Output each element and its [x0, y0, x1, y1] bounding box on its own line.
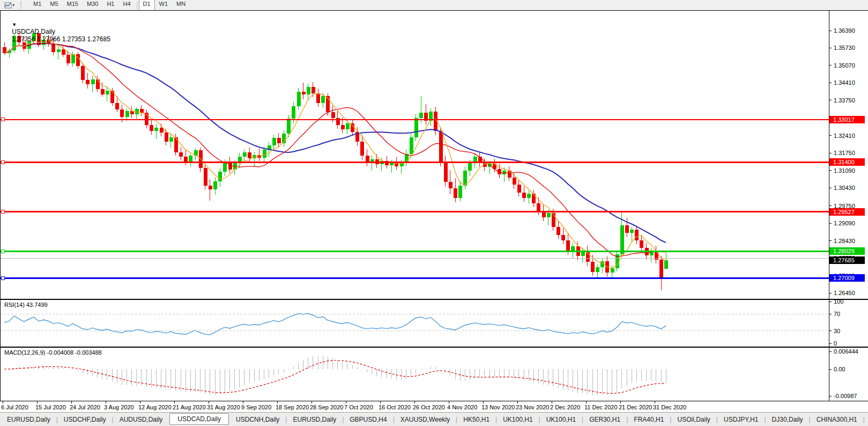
- timeframe-button-M30[interactable]: M30: [83, 0, 102, 11]
- time-axis-tick: [552, 401, 552, 403]
- candle-body: [169, 137, 173, 142]
- time-axis-tick: [106, 401, 106, 403]
- chart-tab-XAUUSD-Weekly[interactable]: XAUUSD,Weekly: [394, 414, 457, 425]
- timeframe-button-D1[interactable]: D1: [139, 0, 155, 11]
- price-axis-label: 1.31090: [834, 167, 855, 174]
- chart-cursor-icon: [4, 2, 12, 9]
- candle-body: [297, 92, 301, 107]
- chart-symbol-label: USDCAD,Daily: [12, 28, 55, 35]
- time-axis-label: 23 Nov 2020: [516, 404, 549, 410]
- time-axis-tick: [277, 401, 278, 403]
- chart-tab-AUDUSD-Daily[interactable]: AUDUSD,Daily: [113, 414, 170, 425]
- candle-body: [591, 262, 595, 271]
- toolbar-separator: [137, 1, 137, 9]
- candle-body: [508, 171, 511, 178]
- candle-body: [630, 230, 634, 233]
- toolbar-grip-handle[interactable]: [20, 2, 24, 9]
- chart-tab-EURUSD-Daily[interactable]: EURUSD,Daily: [286, 414, 343, 425]
- candle-body: [522, 193, 526, 198]
- chart-tab-UK100-H1[interactable]: UK100,H1: [496, 414, 539, 425]
- candle-body: [213, 181, 217, 189]
- chart-tab-USDJPY-H1[interactable]: USDJPY,H1: [717, 414, 765, 425]
- timeframe-button-H4[interactable]: H4: [118, 0, 135, 11]
- chart-tab-FRA40-H1[interactable]: FRA40,H1: [627, 414, 671, 425]
- hline-anchor[interactable]: [1, 210, 4, 214]
- chart-tab-CHINA300-H1[interactable]: CHINA300,H1: [810, 414, 864, 425]
- price-axis-label: 1.32410: [834, 133, 855, 139]
- chart-tab-GER30-H1[interactable]: GER30,H1: [582, 414, 627, 425]
- time-axis-tick: [655, 401, 655, 403]
- price-badge-label: 1.27009: [833, 275, 855, 281]
- chart-tab-DJ30-Daily[interactable]: DJ30,Daily: [765, 414, 810, 425]
- candle-body: [566, 240, 570, 251]
- candle-body: [635, 230, 639, 240]
- candle-body: [311, 87, 315, 93]
- time-axis[interactable]: 6 Jul 202015 Jul 202024 Jul 20203 Aug 20…: [0, 401, 868, 412]
- hline-anchor[interactable]: [1, 276, 4, 280]
- price-axis-label: 1.31750: [834, 150, 855, 156]
- candle-body: [640, 240, 643, 248]
- chart-title: ▼ USDCAD,Daily 1.27356 1.27966 1.27353 1…: [5, 13, 110, 50]
- chart-tab-USDCAD-Daily[interactable]: USDCAD,Daily: [169, 413, 229, 425]
- rsi-indicator-label: RSI(14) 43.7499: [4, 302, 48, 308]
- candle-body: [596, 267, 599, 271]
- time-axis-tick: [380, 401, 381, 403]
- candle-body: [189, 156, 192, 161]
- rsi-panel[interactable]: 10070300: [0, 299, 868, 347]
- chart-tab-UK100-H1[interactable]: UK100,H1: [539, 414, 583, 425]
- macd-axis-label: -0.00987: [834, 393, 857, 399]
- chart-tab-HK50-H1[interactable]: HK50,H1: [456, 414, 496, 425]
- candle-body: [81, 66, 85, 80]
- chart-tab-GBPUSD-H4[interactable]: GBPUSD,H4: [343, 414, 394, 425]
- symbol-dropdown-icon[interactable]: ▼: [12, 22, 17, 27]
- price-axis-label: 1.30430: [834, 185, 855, 191]
- candle-body: [513, 178, 516, 185]
- time-axis-label: 28 Sep 2020: [310, 404, 343, 410]
- chart-tab-USOil-Daily[interactable]: USOil,Daily: [671, 414, 717, 425]
- price-axis-label: 1.36390: [834, 27, 855, 34]
- candle-body: [366, 156, 369, 161]
- hline-anchor[interactable]: [1, 118, 4, 121]
- timeframe-toolbar: ▾ M1M5M15M30H1H4D1W1MN: [0, 0, 868, 11]
- price-axis-label: 1.29090: [834, 220, 855, 226]
- candle-body: [307, 87, 310, 94]
- candle-body: [316, 93, 320, 103]
- rsi-axis-label: 30: [834, 328, 840, 334]
- chart-ohlc-values: 1.27356 1.27966 1.27353 1.27685: [12, 35, 110, 43]
- price-axis-label: 1.33750: [834, 97, 855, 104]
- time-axis-label: 24 Jul 2020: [70, 404, 100, 410]
- timeframe-button-MN[interactable]: MN: [172, 0, 190, 11]
- price-axis-label: 1.26450: [834, 290, 855, 296]
- chart-tab-USDCNH-Daily[interactable]: USDCNH,Daily: [229, 414, 286, 425]
- candle-body: [106, 91, 109, 94]
- price-chart-panel[interactable]: 1.363901.357301.350701.344101.337501.324…: [0, 10, 868, 299]
- macd-panel[interactable]: 0.0064440.00-0.00987: [0, 347, 868, 401]
- candle-body: [91, 79, 95, 85]
- hline-anchor[interactable]: [1, 160, 4, 164]
- timeframe-button-M5[interactable]: M5: [46, 0, 62, 11]
- candle-body: [272, 138, 276, 145]
- time-axis-label: 4 Nov 2020: [447, 404, 477, 410]
- chart-tab-EURUSD-Daily[interactable]: EURUSD,Daily: [0, 414, 57, 425]
- candle-body: [101, 89, 105, 94]
- candle-body: [140, 109, 144, 113]
- timeframe-button-M15[interactable]: M15: [63, 0, 83, 11]
- timeframe-button-H1[interactable]: H1: [102, 0, 118, 11]
- time-axis-label: 9 Sep 2020: [241, 404, 271, 410]
- time-axis-tick: [414, 401, 415, 403]
- timeframe-button-W1[interactable]: W1: [155, 0, 173, 11]
- time-axis-label: 6 Jul 2020: [1, 404, 28, 410]
- candle-body: [115, 103, 119, 109]
- chart-tab-USDCHF-Daily[interactable]: USDCHF,Daily: [57, 414, 113, 425]
- time-axis-tick: [449, 401, 449, 403]
- hline-anchor[interactable]: [1, 249, 4, 253]
- timeframe-button-M1[interactable]: M1: [29, 0, 46, 11]
- candle-body: [287, 119, 291, 134]
- chart-cursor-button[interactable]: ▾: [2, 1, 17, 10]
- chart-tab-US[interactable]: US: [864, 414, 868, 425]
- price-badge-label: 1.33017: [833, 116, 855, 123]
- candle-body: [659, 260, 663, 278]
- candle-body: [557, 227, 560, 235]
- time-axis-tick: [586, 401, 587, 403]
- candle-body: [321, 96, 325, 103]
